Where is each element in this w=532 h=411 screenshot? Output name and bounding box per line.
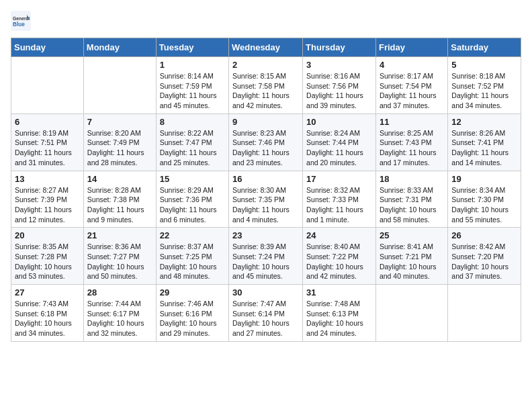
day-number: 22: [160, 230, 225, 240]
calendar-week-row: 27Sunrise: 7:43 AMSunset: 6:18 PMDayligh…: [11, 285, 521, 342]
day-header-saturday: Saturday: [448, 38, 521, 57]
cell-info: Sunrise: 8:42 AMSunset: 7:20 PMDaylight:…: [451, 242, 517, 281]
cell-info: Sunrise: 8:28 AMSunset: 7:38 PMDaylight:…: [87, 185, 152, 225]
day-number: 16: [232, 174, 299, 184]
calendar-cell: 2Sunrise: 8:15 AMSunset: 7:58 PMDaylight…: [229, 57, 303, 114]
day-header-wednesday: Wednesday: [229, 38, 303, 57]
day-number: 14: [87, 174, 152, 184]
cell-info: Sunrise: 7:46 AMSunset: 6:16 PMDaylight:…: [160, 299, 225, 338]
cell-info: Sunrise: 7:44 AMSunset: 6:17 PMDaylight:…: [87, 299, 152, 338]
calendar-cell: 23Sunrise: 8:39 AMSunset: 7:24 PMDayligh…: [229, 228, 303, 285]
cell-info: Sunrise: 8:24 AMSunset: 7:44 PMDaylight:…: [306, 128, 372, 168]
cell-info: Sunrise: 8:19 AMSunset: 7:51 PMDaylight:…: [15, 128, 80, 168]
cell-info: Sunrise: 8:29 AMSunset: 7:36 PMDaylight:…: [160, 185, 225, 225]
day-number: 29: [160, 287, 225, 298]
calendar-cell: 6Sunrise: 8:19 AMSunset: 7:51 PMDaylight…: [11, 113, 84, 171]
calendar-cell: 1Sunrise: 8:14 AMSunset: 7:59 PMDaylight…: [156, 57, 228, 114]
calendar-table: SundayMondayTuesdayWednesdayThursdayFrid…: [11, 38, 521, 342]
day-number: 3: [306, 60, 372, 70]
cell-info: Sunrise: 8:33 AMSunset: 7:31 PMDaylight:…: [380, 185, 444, 225]
logo-icon: General Blue: [11, 11, 31, 31]
day-number: 12: [451, 117, 517, 127]
calendar-cell: 24Sunrise: 8:40 AMSunset: 7:22 PMDayligh…: [303, 228, 376, 285]
cell-info: Sunrise: 8:22 AMSunset: 7:47 PMDaylight:…: [160, 128, 225, 168]
calendar-cell: 14Sunrise: 8:28 AMSunset: 7:38 PMDayligh…: [83, 171, 156, 228]
cell-info: Sunrise: 8:34 AMSunset: 7:30 PMDaylight:…: [451, 185, 517, 225]
calendar-week-row: 13Sunrise: 8:27 AMSunset: 7:39 PMDayligh…: [11, 171, 521, 228]
calendar-week-row: 20Sunrise: 8:35 AMSunset: 7:28 PMDayligh…: [11, 228, 521, 285]
calendar-cell: 10Sunrise: 8:24 AMSunset: 7:44 PMDayligh…: [303, 113, 376, 171]
calendar-cell: [448, 285, 521, 342]
calendar-cell: 9Sunrise: 8:23 AMSunset: 7:46 PMDaylight…: [229, 113, 303, 171]
day-number: 2: [232, 60, 299, 70]
day-number: 18: [380, 174, 444, 184]
day-number: 19: [451, 174, 517, 184]
cell-info: Sunrise: 8:15 AMSunset: 7:58 PMDaylight:…: [232, 71, 299, 111]
calendar-cell: 16Sunrise: 8:30 AMSunset: 7:35 PMDayligh…: [229, 171, 303, 228]
calendar-cell: 20Sunrise: 8:35 AMSunset: 7:28 PMDayligh…: [11, 228, 84, 285]
day-number: 23: [232, 230, 299, 240]
cell-info: Sunrise: 8:16 AMSunset: 7:56 PMDaylight:…: [306, 71, 372, 111]
day-number: 10: [306, 117, 372, 127]
day-number: 9: [232, 117, 299, 127]
svg-text:Blue: Blue: [13, 21, 25, 28]
calendar-cell: [11, 57, 84, 114]
cell-info: Sunrise: 8:20 AMSunset: 7:49 PMDaylight:…: [87, 128, 152, 168]
calendar-cell: 31Sunrise: 7:48 AMSunset: 6:13 PMDayligh…: [303, 285, 376, 342]
calendar-header-row: SundayMondayTuesdayWednesdayThursdayFrid…: [11, 38, 521, 57]
calendar-week-row: 1Sunrise: 8:14 AMSunset: 7:59 PMDaylight…: [11, 57, 521, 114]
calendar-cell: 25Sunrise: 8:41 AMSunset: 7:21 PMDayligh…: [375, 228, 447, 285]
cell-info: Sunrise: 8:25 AMSunset: 7:43 PMDaylight:…: [380, 128, 444, 168]
calendar-cell: 29Sunrise: 7:46 AMSunset: 6:16 PMDayligh…: [156, 285, 228, 342]
day-number: 27: [15, 287, 80, 298]
calendar-week-row: 6Sunrise: 8:19 AMSunset: 7:51 PMDaylight…: [11, 113, 521, 171]
calendar-cell: 27Sunrise: 7:43 AMSunset: 6:18 PMDayligh…: [11, 285, 84, 342]
day-header-sunday: Sunday: [11, 38, 84, 57]
cell-info: Sunrise: 8:18 AMSunset: 7:52 PMDaylight:…: [451, 71, 517, 111]
calendar-cell: 30Sunrise: 7:47 AMSunset: 6:14 PMDayligh…: [229, 285, 303, 342]
cell-info: Sunrise: 8:39 AMSunset: 7:24 PMDaylight:…: [232, 242, 299, 281]
cell-info: Sunrise: 8:40 AMSunset: 7:22 PMDaylight:…: [306, 242, 372, 281]
day-number: 8: [160, 117, 225, 127]
day-number: 25: [380, 230, 444, 240]
cell-info: Sunrise: 8:30 AMSunset: 7:35 PMDaylight:…: [232, 185, 299, 225]
calendar-cell: 3Sunrise: 8:16 AMSunset: 7:56 PMDaylight…: [303, 57, 376, 114]
calendar-cell: [375, 285, 447, 342]
calendar-cell: 7Sunrise: 8:20 AMSunset: 7:49 PMDaylight…: [83, 113, 156, 171]
cell-info: Sunrise: 8:37 AMSunset: 7:25 PMDaylight:…: [160, 242, 225, 281]
cell-info: Sunrise: 8:17 AMSunset: 7:54 PMDaylight:…: [380, 71, 444, 111]
day-header-monday: Monday: [83, 38, 156, 57]
calendar-cell: 19Sunrise: 8:34 AMSunset: 7:30 PMDayligh…: [448, 171, 521, 228]
calendar-cell: 4Sunrise: 8:17 AMSunset: 7:54 PMDaylight…: [375, 57, 447, 114]
calendar-cell: 13Sunrise: 8:27 AMSunset: 7:39 PMDayligh…: [11, 171, 84, 228]
day-number: 13: [15, 174, 80, 184]
day-number: 20: [15, 230, 80, 240]
cell-info: Sunrise: 8:27 AMSunset: 7:39 PMDaylight:…: [15, 185, 80, 225]
calendar-cell: 15Sunrise: 8:29 AMSunset: 7:36 PMDayligh…: [156, 171, 228, 228]
cell-info: Sunrise: 7:43 AMSunset: 6:18 PMDaylight:…: [15, 299, 80, 338]
day-number: 4: [380, 60, 444, 70]
day-number: 30: [232, 287, 299, 298]
day-number: 26: [451, 230, 517, 240]
day-number: 1: [160, 60, 225, 70]
calendar-cell: 26Sunrise: 8:42 AMSunset: 7:20 PMDayligh…: [448, 228, 521, 285]
cell-info: Sunrise: 8:35 AMSunset: 7:28 PMDaylight:…: [15, 242, 80, 281]
day-header-tuesday: Tuesday: [156, 38, 228, 57]
day-header-thursday: Thursday: [303, 38, 376, 57]
logo: General Blue: [11, 11, 34, 31]
cell-info: Sunrise: 7:47 AMSunset: 6:14 PMDaylight:…: [232, 299, 299, 338]
day-number: 5: [451, 60, 517, 70]
calendar-cell: 11Sunrise: 8:25 AMSunset: 7:43 PMDayligh…: [375, 113, 447, 171]
calendar-cell: 21Sunrise: 8:36 AMSunset: 7:27 PMDayligh…: [83, 228, 156, 285]
cell-info: Sunrise: 8:14 AMSunset: 7:59 PMDaylight:…: [160, 71, 225, 111]
calendar-cell: 17Sunrise: 8:32 AMSunset: 7:33 PMDayligh…: [303, 171, 376, 228]
calendar-cell: 12Sunrise: 8:26 AMSunset: 7:41 PMDayligh…: [448, 113, 521, 171]
cell-info: Sunrise: 8:23 AMSunset: 7:46 PMDaylight:…: [232, 128, 299, 168]
day-number: 15: [160, 174, 225, 184]
calendar-cell: 5Sunrise: 8:18 AMSunset: 7:52 PMDaylight…: [448, 57, 521, 114]
calendar-cell: 18Sunrise: 8:33 AMSunset: 7:31 PMDayligh…: [375, 171, 447, 228]
calendar-cell: [83, 57, 156, 114]
day-number: 6: [15, 117, 80, 127]
calendar-cell: 28Sunrise: 7:44 AMSunset: 6:17 PMDayligh…: [83, 285, 156, 342]
cell-info: Sunrise: 8:36 AMSunset: 7:27 PMDaylight:…: [87, 242, 152, 281]
